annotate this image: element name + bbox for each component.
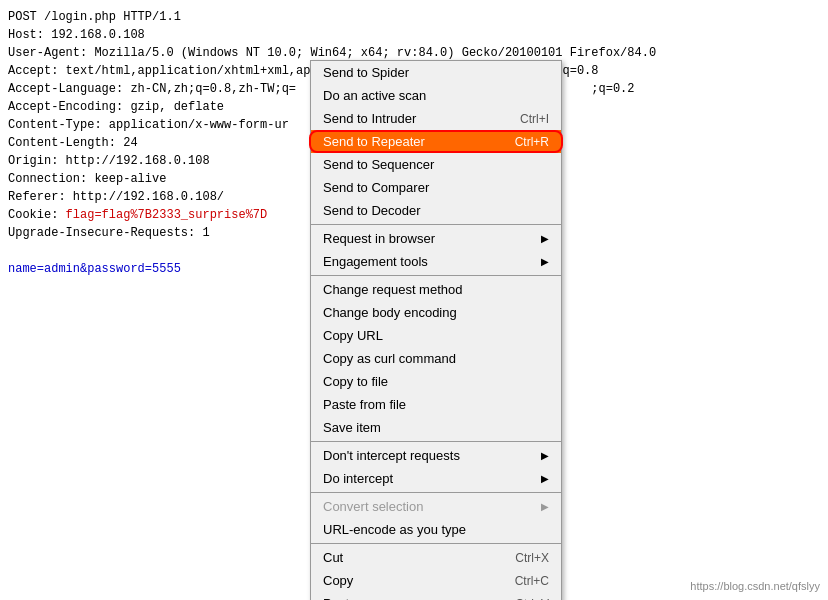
engagement-tools-arrow: ▶	[541, 256, 549, 267]
cookie-value: flag=flag%7B2333_surprise%7D	[66, 208, 268, 222]
save-item-label: Save item	[323, 420, 381, 435]
engagement-tools-item[interactable]: Engagement tools ▶	[311, 250, 561, 273]
send-to-repeater-shortcut: Ctrl+R	[515, 135, 549, 149]
send-to-intruder-shortcut: Ctrl+I	[520, 112, 549, 126]
save-item-item[interactable]: Save item	[311, 416, 561, 439]
request-in-browser-arrow: ▶	[541, 233, 549, 244]
separator-5	[311, 543, 561, 544]
dont-intercept-label: Don't intercept requests	[323, 448, 460, 463]
send-to-spider-item[interactable]: Send to Spider	[311, 61, 561, 84]
copy-curl-item[interactable]: Copy as curl command	[311, 347, 561, 370]
send-to-comparer-label: Send to Comparer	[323, 180, 429, 195]
change-request-method-label: Change request method	[323, 282, 462, 297]
send-to-comparer-item[interactable]: Send to Comparer	[311, 176, 561, 199]
request-in-browser-item[interactable]: Request in browser ▶	[311, 227, 561, 250]
context-menu: Send to Spider Do an active scan Send to…	[310, 60, 562, 600]
paste-from-file-item[interactable]: Paste from file	[311, 393, 561, 416]
convert-selection-label: Convert selection	[323, 499, 423, 514]
paste-shortcut: Ctrl+V	[515, 597, 549, 601]
separator-2	[311, 275, 561, 276]
dont-intercept-arrow: ▶	[541, 450, 549, 461]
url-encode-label: URL-encode as you type	[323, 522, 466, 537]
convert-selection-item: Convert selection ▶	[311, 495, 561, 518]
paste-from-file-label: Paste from file	[323, 397, 406, 412]
cut-item[interactable]: Cut Ctrl+X	[311, 546, 561, 569]
request-body: name=admin&password=5555	[8, 262, 181, 276]
paste-label: Paste	[323, 596, 356, 600]
change-body-encoding-item[interactable]: Change body encoding	[311, 301, 561, 324]
copy-to-file-item[interactable]: Copy to file	[311, 370, 561, 393]
convert-selection-arrow: ▶	[541, 501, 549, 512]
send-to-sequencer-item[interactable]: Send to Sequencer	[311, 153, 561, 176]
engagement-tools-label: Engagement tools	[323, 254, 428, 269]
dont-intercept-item[interactable]: Don't intercept requests ▶	[311, 444, 561, 467]
do-active-scan-item[interactable]: Do an active scan	[311, 84, 561, 107]
do-intercept-label: Do intercept	[323, 471, 393, 486]
do-intercept-arrow: ▶	[541, 473, 549, 484]
separator-1	[311, 224, 561, 225]
send-to-repeater-label: Send to Repeater	[323, 134, 425, 149]
copy-url-label: Copy URL	[323, 328, 383, 343]
separator-4	[311, 492, 561, 493]
send-to-sequencer-label: Send to Sequencer	[323, 157, 434, 172]
cut-shortcut: Ctrl+X	[515, 551, 549, 565]
cut-label: Cut	[323, 550, 343, 565]
send-to-intruder-label: Send to Intruder	[323, 111, 416, 126]
copy-label: Copy	[323, 573, 353, 588]
copy-url-item[interactable]: Copy URL	[311, 324, 561, 347]
change-body-encoding-label: Change body encoding	[323, 305, 457, 320]
send-to-repeater-item[interactable]: Send to Repeater Ctrl+R	[311, 130, 561, 153]
do-intercept-item[interactable]: Do intercept ▶	[311, 467, 561, 490]
paste-item[interactable]: Paste Ctrl+V	[311, 592, 561, 600]
send-to-decoder-item[interactable]: Send to Decoder	[311, 199, 561, 222]
copy-to-file-label: Copy to file	[323, 374, 388, 389]
url-encode-item[interactable]: URL-encode as you type	[311, 518, 561, 541]
do-active-scan-label: Do an active scan	[323, 88, 426, 103]
send-to-intruder-item[interactable]: Send to Intruder Ctrl+I	[311, 107, 561, 130]
copy-curl-label: Copy as curl command	[323, 351, 456, 366]
separator-3	[311, 441, 561, 442]
copy-shortcut: Ctrl+C	[515, 574, 549, 588]
send-to-decoder-label: Send to Decoder	[323, 203, 421, 218]
send-to-spider-label: Send to Spider	[323, 65, 409, 80]
request-in-browser-label: Request in browser	[323, 231, 435, 246]
change-request-method-item[interactable]: Change request method	[311, 278, 561, 301]
copy-item[interactable]: Copy Ctrl+C	[311, 569, 561, 592]
watermark: https://blog.csdn.net/qfslyy	[690, 580, 820, 592]
